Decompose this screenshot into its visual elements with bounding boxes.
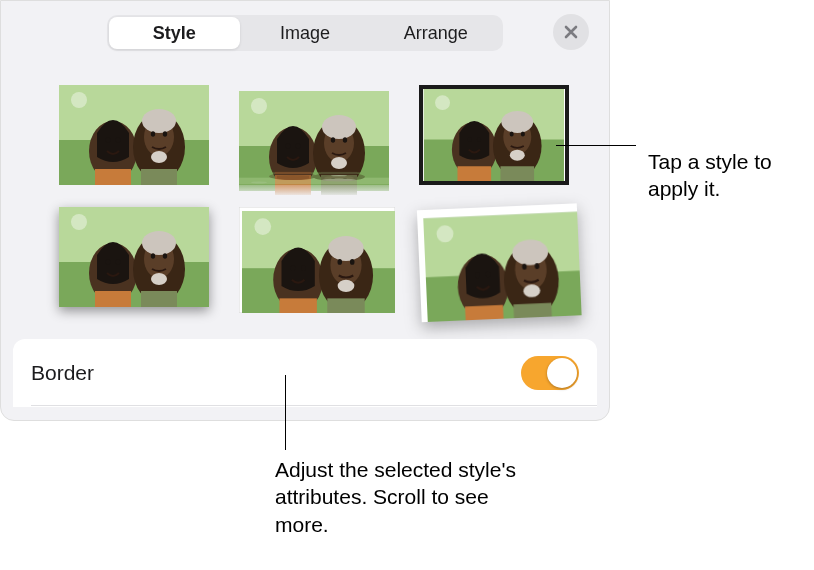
style-preset-6[interactable] <box>417 204 571 310</box>
style-preset-3[interactable] <box>419 85 569 185</box>
callout-text-bottom: Adjust the selected style's attributes. … <box>275 456 535 538</box>
callout-line-top <box>556 145 636 146</box>
close-button[interactable] <box>553 14 589 50</box>
callout-line-bottom-v <box>285 375 286 450</box>
tab-bar: Style Image Arrange <box>107 15 503 51</box>
style-preset-2[interactable] <box>239 85 389 185</box>
tab-style-label: Style <box>153 23 196 44</box>
toggle-knob <box>547 358 577 388</box>
style-preset-4[interactable] <box>59 207 209 307</box>
tab-style[interactable]: Style <box>109 17 240 49</box>
format-panel: Style Image Arrange <box>0 0 610 421</box>
border-label: Border <box>31 361 94 385</box>
close-icon <box>563 24 579 40</box>
tab-arrange[interactable]: Arrange <box>370 17 501 49</box>
svg-rect-15 <box>239 185 389 197</box>
style-preset-grid <box>59 85 571 307</box>
tab-image[interactable]: Image <box>240 17 371 49</box>
border-row: Border <box>13 339 597 407</box>
tab-arrange-label: Arrange <box>404 23 468 44</box>
tab-image-label: Image <box>280 23 330 44</box>
style-preset-1[interactable] <box>59 85 209 185</box>
border-toggle[interactable] <box>521 356 579 390</box>
style-preset-5[interactable] <box>239 207 389 307</box>
row-separator <box>31 405 597 406</box>
callout-text-top: Tap a style to apply it. <box>648 148 808 203</box>
